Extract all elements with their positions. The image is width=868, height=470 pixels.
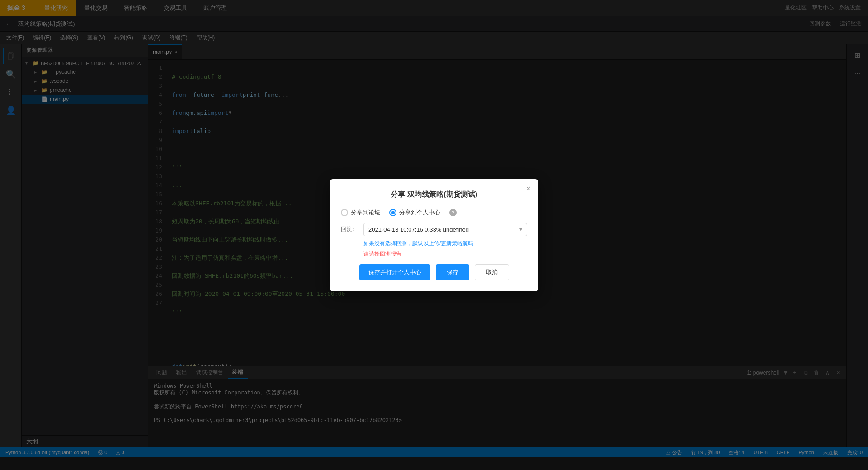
radio-share-personal[interactable]: 分享到个人中心: [389, 209, 440, 217]
modal-warning: 请选择回测报告: [363, 250, 527, 258]
modal-radio-row: 分享到论坛 分享到个人中心 ?: [341, 209, 527, 217]
modal-field-row: 回测: 2021-04-13 10:07:16 0.33% undefined …: [341, 223, 527, 236]
modal-overlay: 分享-双均线策略(期货测试) × 分享到论坛 分享到个人中心 ? 回测: 202…: [0, 0, 868, 470]
radio-forum-label: 分享到论坛: [351, 209, 380, 217]
cancel-button[interactable]: 取消: [475, 264, 509, 280]
modal-buttons: 保存并打开个人中心 保存 取消: [341, 264, 527, 280]
radio-forum-circle[interactable]: [341, 209, 348, 216]
help-icon[interactable]: ?: [449, 209, 457, 216]
radio-share-forum[interactable]: 分享到论坛: [341, 209, 380, 217]
radio-personal-circle[interactable]: [389, 209, 396, 216]
backtest-select[interactable]: 2021-04-13 10:07:16 0.33% undefined ▾: [363, 223, 527, 236]
share-modal: 分享-双均线策略(期货测试) × 分享到论坛 分享到个人中心 ? 回测: 202…: [330, 179, 538, 291]
upload-link[interactable]: 如果没有选择回测，默认以上传/更新策略源码: [363, 240, 527, 247]
save-button[interactable]: 保存: [436, 264, 469, 280]
select-arrow-icon: ▾: [519, 226, 522, 233]
backtest-value: 2021-04-13 10:07:16 0.33% undefined: [368, 226, 469, 233]
radio-personal-label: 分享到个人中心: [399, 209, 440, 217]
modal-title: 分享-双均线策略(期货测试): [341, 190, 527, 199]
modal-close-button[interactable]: ×: [526, 185, 531, 193]
save-open-center-button[interactable]: 保存并打开个人中心: [359, 264, 430, 280]
field-label: 回测:: [341, 225, 363, 233]
